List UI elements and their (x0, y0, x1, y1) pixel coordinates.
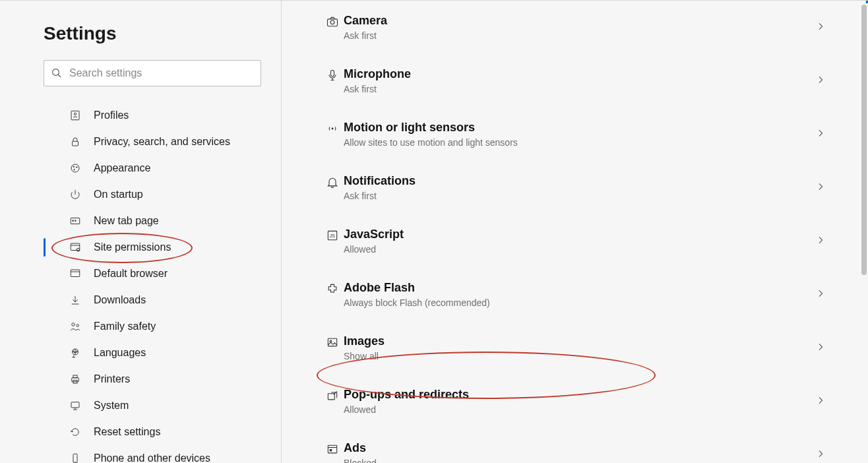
svg-point-19 (77, 324, 78, 326)
svg-rect-23 (72, 378, 79, 382)
chevron-right-icon (815, 288, 828, 301)
search-box[interactable] (44, 60, 261, 86)
nav-label: Family safety (94, 321, 156, 332)
nav-item-profiles[interactable]: Profiles (44, 102, 281, 129)
svg-point-8 (74, 170, 75, 171)
svg-text:JS: JS (330, 233, 335, 238)
popups-icon (321, 389, 344, 402)
svg-rect-2 (71, 111, 79, 120)
setting-row-javascript[interactable]: JS JavaScript Allowed (321, 214, 828, 268)
nav-label: New tab page (94, 215, 159, 227)
settings-main: Camera Ask first Microphone Ask first Mo… (282, 1, 868, 463)
svg-rect-12 (71, 243, 80, 251)
setting-row-microphone[interactable]: Microphone Ask first (321, 54, 828, 108)
svg-line-1 (58, 75, 61, 77)
nav-item-startup[interactable]: On startup (44, 181, 281, 208)
nav-label: Default browser (94, 268, 168, 280)
chevron-right-icon (815, 395, 828, 408)
nav-item-downloads[interactable]: Downloads (44, 287, 281, 313)
setting-title: JavaScript (344, 228, 815, 241)
nav-label: Languages (94, 347, 146, 359)
setting-desc: Allowed (344, 404, 815, 415)
setting-desc: Always block Flash (recommended) (344, 297, 815, 308)
setting-title: Images (344, 334, 815, 348)
setting-desc: Show all (344, 351, 815, 361)
setting-title: Notifications (344, 174, 815, 188)
images-icon (321, 336, 344, 349)
svg-rect-15 (71, 270, 80, 277)
chevron-right-icon (815, 448, 828, 462)
setting-body: Adobe Flash Always block Flash (recommen… (344, 281, 815, 308)
nav-item-phone[interactable]: Phone and other devices (44, 445, 281, 463)
setting-row-ads[interactable]: Ads Blocked (321, 428, 828, 463)
scrollbar-thumb[interactable] (861, 5, 867, 275)
sensors-icon (321, 122, 344, 135)
setting-row-popups[interactable]: Pop-ups and redirects Allowed (321, 375, 828, 428)
nav-label: Reset settings (94, 426, 160, 438)
nav-label: Privacy, search, and services (94, 136, 230, 148)
svg-rect-29 (73, 454, 77, 463)
setting-row-notifications[interactable]: Notifications Ask first (321, 161, 828, 214)
setting-body: JavaScript Allowed (344, 228, 815, 255)
nav-label: On startup (94, 189, 143, 201)
nav-item-default-browser[interactable]: Default browser (44, 261, 281, 287)
nav-label: Printers (94, 373, 130, 385)
svg-rect-24 (73, 375, 77, 378)
nav-item-site-permissions[interactable]: Site permissions (44, 234, 281, 261)
setting-body: Motion or light sensors Allow sites to u… (344, 121, 815, 148)
nav-label: Appearance (94, 162, 150, 174)
setting-title: Pop-ups and redirects (344, 388, 815, 402)
setting-body: Microphone Ask first (344, 67, 815, 94)
setting-body: Ads Blocked (344, 441, 815, 463)
setting-body: Notifications Ask first (344, 174, 815, 201)
download-icon (69, 293, 82, 307)
svg-rect-10 (73, 220, 74, 222)
setting-row-sensors[interactable]: Motion or light sensors Allow sites to u… (321, 108, 828, 161)
svg-point-5 (71, 164, 79, 172)
svg-point-0 (53, 69, 59, 76)
nav-item-family[interactable]: Family safety (44, 313, 281, 340)
nav-item-printers[interactable]: Printers (44, 366, 281, 392)
profile-icon (69, 109, 82, 122)
svg-rect-44 (330, 449, 332, 451)
svg-point-7 (77, 167, 78, 168)
svg-rect-4 (73, 141, 78, 146)
svg-point-36 (332, 128, 334, 130)
chevron-right-icon (815, 75, 828, 88)
settings-layout: Settings Profiles Privacy, search, and s… (0, 1, 868, 463)
newtab-icon (69, 214, 82, 228)
setting-body: Camera Ask first (344, 14, 815, 41)
svg-rect-42 (328, 445, 336, 453)
scrollbar[interactable] (859, 1, 868, 463)
setting-body: Images Show all (344, 334, 815, 361)
nav-label: Phone and other devices (94, 452, 210, 463)
setting-row-flash[interactable]: Adobe Flash Always block Flash (recommen… (321, 268, 828, 321)
camera-icon (321, 15, 344, 28)
setting-title: Ads (344, 441, 815, 455)
setting-title: Motion or light sensors (344, 121, 815, 135)
family-icon (69, 320, 82, 333)
languages-icon (69, 346, 82, 359)
bell-icon (321, 175, 344, 189)
svg-rect-11 (75, 220, 76, 222)
search-input[interactable] (68, 67, 254, 80)
javascript-icon: JS (321, 229, 344, 242)
power-icon (69, 188, 82, 201)
nav-item-system[interactable]: System (44, 392, 281, 419)
nav-item-privacy[interactable]: Privacy, search, and services (44, 129, 281, 155)
svg-point-3 (74, 113, 76, 115)
nav-item-newtab[interactable]: New tab page (44, 208, 281, 234)
reset-icon (69, 425, 82, 439)
svg-point-40 (330, 340, 332, 342)
nav-label: Profiles (94, 109, 129, 121)
nav-item-appearance[interactable]: Appearance (44, 155, 281, 181)
lock-icon (69, 135, 82, 148)
setting-row-images[interactable]: Images Show all (321, 321, 828, 375)
nav-item-reset[interactable]: Reset settings (44, 419, 281, 445)
chevron-right-icon (815, 235, 828, 248)
nav-label: Site permissions (94, 241, 171, 253)
chevron-right-icon (815, 21, 828, 34)
nav-item-languages[interactable]: Languages (44, 340, 281, 366)
setting-row-camera[interactable]: Camera Ask first (321, 1, 828, 54)
appearance-icon (69, 162, 82, 175)
